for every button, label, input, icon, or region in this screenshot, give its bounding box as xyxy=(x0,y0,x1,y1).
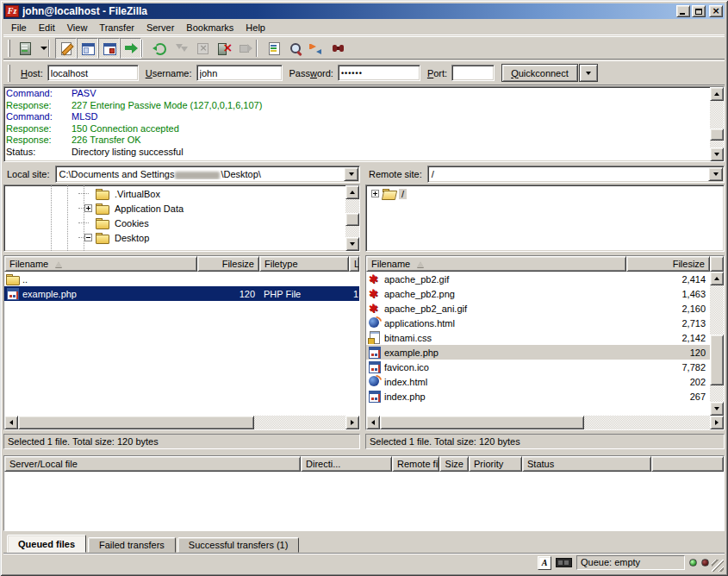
remote-site-dropdown-button[interactable] xyxy=(708,167,723,181)
queue-body[interactable] xyxy=(4,472,724,530)
site-manager-button[interactable] xyxy=(14,38,35,59)
tab-successful-transfers[interactable]: Successful transfers (1) xyxy=(177,537,300,553)
column-header-filetype[interactable]: Filetype xyxy=(259,256,349,272)
index.php[interactable]: index.php 267 xyxy=(366,389,710,404)
scroll-down-button[interactable] xyxy=(345,237,359,251)
quickconnect-dropdown-button[interactable] xyxy=(579,64,598,82)
tree-item[interactable]: Cookies xyxy=(4,216,345,230)
scroll-left-button[interactable] xyxy=(4,416,18,429)
example.php[interactable]: example.php 120 PHP File 1 xyxy=(4,286,359,301)
column-header-lastmodified[interactable]: L xyxy=(349,256,359,272)
apache_pb2.png[interactable]: apache_pb2.png 1,463 xyxy=(366,286,710,301)
disconnect-button[interactable] xyxy=(213,38,234,59)
local-site-combobox[interactable]: C:\Documents and Settings\Desktop\ xyxy=(55,166,360,183)
scroll-thumb[interactable] xyxy=(345,213,359,226)
find-files-button[interactable] xyxy=(327,38,349,59)
toggle-remote-tree-button[interactable] xyxy=(98,38,120,59)
scroll-down-button[interactable] xyxy=(710,147,724,161)
log-scrollbar[interactable] xyxy=(710,87,724,161)
menu-item-file[interactable]: File xyxy=(5,21,33,34)
close-button[interactable]: × xyxy=(709,5,723,17)
speed-limits-icon[interactable] xyxy=(556,558,572,567)
scroll-thumb[interactable] xyxy=(710,335,724,385)
queue-column-header[interactable]: Size xyxy=(439,456,469,472)
password-input[interactable] xyxy=(338,65,420,81)
tree-item[interactable]: Desktop xyxy=(4,230,345,245)
menu-item-server[interactable]: Server xyxy=(140,21,180,34)
refresh-button[interactable] xyxy=(148,38,170,59)
filter-button[interactable] xyxy=(263,38,284,59)
menu-item-transfer[interactable]: Transfer xyxy=(93,21,140,34)
menu-item-view[interactable]: View xyxy=(61,21,94,34)
apache_pb2.gif[interactable]: apache_pb2.gif 2,414 xyxy=(366,272,710,286)
scroll-right-button[interactable] xyxy=(710,416,724,429)
queue-column-header[interactable] xyxy=(651,456,724,472)
queue-column-header[interactable]: Status xyxy=(522,456,651,472)
directory-comparison-button[interactable] xyxy=(284,38,306,59)
apache_pb2_ani.gif[interactable]: apache_pb2_ani.gif 2,160 xyxy=(366,301,710,316)
username-input[interactable] xyxy=(196,65,283,81)
queue-column-header[interactable]: Priority xyxy=(469,456,522,472)
toggle-local-tree-button[interactable] xyxy=(77,38,98,59)
synchronized-browsing-button[interactable] xyxy=(306,38,327,59)
tab-queued-files[interactable]: Queued files xyxy=(7,535,86,553)
menu-item-help[interactable]: Help xyxy=(240,21,271,34)
resize-grip[interactable] xyxy=(712,560,724,572)
scroll-track[interactable] xyxy=(18,416,345,429)
horizontal-scrollbar[interactable] xyxy=(366,416,724,429)
local-site-dropdown-button[interactable] xyxy=(344,167,358,181)
favicon.ico[interactable]: favicon.ico 7,782 xyxy=(366,360,710,374)
column-header-filesize[interactable]: Filesize xyxy=(626,256,710,272)
reconnect-button[interactable] xyxy=(234,38,256,59)
column-header-filename[interactable]: Filename xyxy=(366,256,626,272)
tree-item[interactable]: / xyxy=(366,186,724,201)
list-scrollbar[interactable] xyxy=(710,272,724,416)
toolbar-grip[interactable] xyxy=(8,40,10,57)
queue-column-header[interactable]: Remote file xyxy=(392,456,439,472)
tree-item[interactable]: Application Data xyxy=(4,201,345,216)
port-input[interactable] xyxy=(451,65,495,81)
queue-column-header[interactable]: Server/Local file xyxy=(4,456,301,472)
minimize-button[interactable] xyxy=(676,5,690,17)
scroll-track[interactable] xyxy=(710,285,724,402)
transfer-type-indicator-icon[interactable]: A xyxy=(538,556,551,570)
site-manager-dropdown-button[interactable] xyxy=(35,38,48,59)
host-input[interactable] xyxy=(47,65,139,81)
scroll-up-button[interactable] xyxy=(710,87,724,101)
scroll-up-button[interactable] xyxy=(710,272,724,285)
column-header-filesize[interactable]: Filesize xyxy=(197,256,259,272)
scroll-down-button[interactable] xyxy=(710,402,724,416)
toggle-transfer-queue-button[interactable] xyxy=(120,38,141,59)
menu-item-bookmarks[interactable]: Bookmarks xyxy=(180,21,240,34)
index.html[interactable]: index.html 202 xyxy=(366,374,710,389)
tree-scrollbar[interactable] xyxy=(345,185,359,251)
horizontal-scrollbar[interactable] xyxy=(4,416,359,429)
scroll-track[interactable] xyxy=(345,199,359,237)
quickconnect-grip[interactable] xyxy=(8,65,10,82)
titlebar[interactable]: Fz john@localhost - FileZilla × xyxy=(3,3,725,19)
tree-expander[interactable] xyxy=(371,190,379,197)
scroll-track[interactable] xyxy=(380,416,710,429)
..[interactable]: .. xyxy=(4,272,359,286)
scroll-up-button[interactable] xyxy=(345,185,359,199)
maximize-button[interactable] xyxy=(692,5,706,17)
scroll-thumb[interactable] xyxy=(380,416,584,429)
queue-column-header[interactable]: Directi... xyxy=(301,456,392,472)
cancel-operation-button[interactable] xyxy=(191,38,213,59)
tree-item[interactable]: .VirtualBox xyxy=(4,186,345,201)
quickconnect-button[interactable]: Quickconnect xyxy=(501,64,578,82)
column-header-filename[interactable]: Filename xyxy=(4,256,197,272)
menu-item-edit[interactable]: Edit xyxy=(33,21,61,34)
example.php[interactable]: example.php 120 xyxy=(366,345,710,360)
toggle-message-log-button[interactable] xyxy=(55,38,77,59)
remote-site-combobox[interactable]: / xyxy=(427,166,725,183)
scroll-thumb[interactable] xyxy=(18,416,254,429)
scroll-track[interactable] xyxy=(710,101,724,147)
tree-expander[interactable] xyxy=(84,204,92,212)
bitnami.css[interactable]: bitnami.css 2,142 xyxy=(366,330,710,345)
scroll-left-button[interactable] xyxy=(366,416,380,429)
process-queue-button[interactable] xyxy=(170,38,191,59)
applications.html[interactable]: applications.html 2,713 xyxy=(366,316,710,330)
scroll-right-button[interactable] xyxy=(345,416,359,429)
scroll-thumb[interactable] xyxy=(710,128,724,141)
